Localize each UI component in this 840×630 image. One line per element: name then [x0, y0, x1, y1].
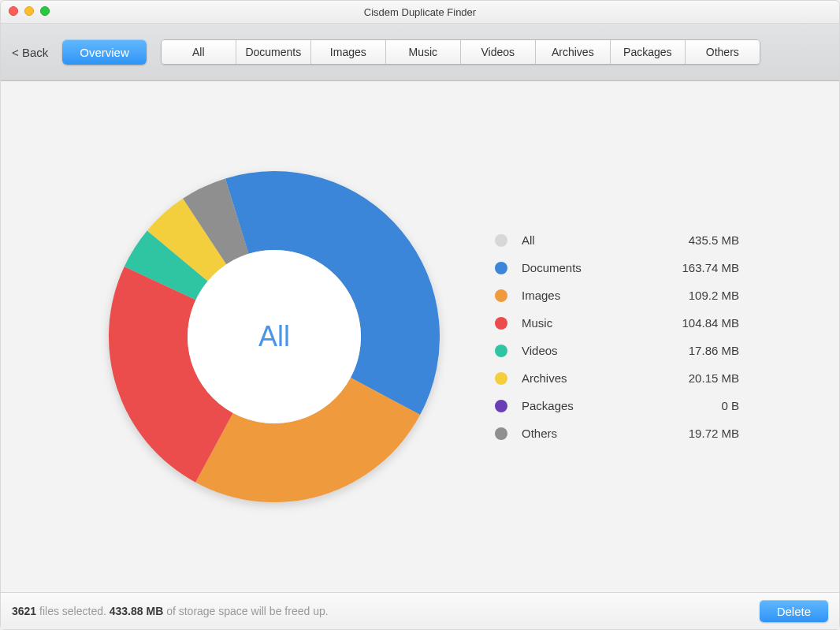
- tab-videos[interactable]: Videos: [461, 40, 536, 64]
- close-icon[interactable]: [9, 6, 18, 16]
- footer-text: 3621 files selected. 433.88 MB of storag…: [12, 605, 329, 617]
- legend-value: 0 B: [721, 399, 739, 412]
- tab-archives[interactable]: Archives: [536, 40, 611, 64]
- tab-others[interactable]: Others: [686, 40, 760, 64]
- legend-label: Images: [522, 289, 616, 302]
- tab-all[interactable]: All: [162, 40, 236, 64]
- dot-icon: [495, 372, 507, 385]
- back-button[interactable]: < Back: [12, 46, 48, 59]
- legend-label: Videos: [522, 344, 616, 357]
- tab-images[interactable]: Images: [311, 40, 386, 64]
- legend-label: Packages: [522, 399, 616, 412]
- titlebar: Cisdem Duplicate Finder: [1, 1, 839, 24]
- dot-icon: [495, 289, 507, 302]
- footer-count: 3621: [12, 605, 36, 617]
- legend-value: 17.86 MB: [689, 344, 739, 357]
- toolbar: < Back Overview All Documents Images Mus…: [1, 24, 839, 81]
- legend-row-others[interactable]: Others 19.72 MB: [495, 427, 739, 440]
- content-area: All All 435.5 MB Documents 163.74 MB Ima…: [1, 81, 839, 592]
- dot-icon: [495, 317, 507, 330]
- legend-row-videos[interactable]: Videos 17.86 MB: [495, 344, 739, 357]
- legend-label: Documents: [522, 261, 616, 274]
- app-window: Cisdem Duplicate Finder < Back Overview …: [0, 0, 840, 630]
- dot-icon: [495, 345, 507, 357]
- donut-center-label: All: [258, 320, 290, 353]
- footer-size: 433.88 MB: [110, 605, 163, 617]
- minimize-icon[interactable]: [24, 6, 34, 16]
- dot-icon: [495, 400, 507, 412]
- dot-icon: [495, 262, 507, 274]
- legend-value: 19.72 MB: [689, 427, 739, 440]
- category-tabs: All Documents Images Music Videos Archiv…: [161, 39, 760, 65]
- footer: 3621 files selected. 433.88 MB of storag…: [1, 592, 839, 629]
- donut-chart: All: [101, 163, 448, 510]
- legend-row-documents[interactable]: Documents 163.74 MB: [495, 261, 739, 274]
- dot-icon: [495, 427, 507, 440]
- legend-row-archives[interactable]: Archives 20.15 MB: [495, 371, 739, 385]
- legend-label: All: [522, 233, 616, 247]
- legend-value: 109.2 MB: [689, 289, 739, 302]
- traffic-lights: [9, 6, 50, 16]
- tab-documents[interactable]: Documents: [236, 40, 311, 64]
- overview-button[interactable]: Overview: [62, 39, 147, 65]
- legend: All 435.5 MB Documents 163.74 MB Images …: [495, 233, 739, 440]
- window-title: Cisdem Duplicate Finder: [364, 6, 476, 18]
- legend-value: 104.84 MB: [682, 316, 739, 330]
- legend-value: 435.5 MB: [689, 233, 739, 247]
- legend-row-all[interactable]: All 435.5 MB: [495, 233, 739, 247]
- legend-value: 20.15 MB: [689, 371, 739, 385]
- tab-music[interactable]: Music: [386, 40, 461, 64]
- tab-packages[interactable]: Packages: [611, 40, 686, 64]
- zoom-icon[interactable]: [40, 6, 50, 16]
- legend-row-images[interactable]: Images 109.2 MB: [495, 289, 739, 302]
- legend-label: Archives: [522, 371, 616, 385]
- legend-row-music[interactable]: Music 104.84 MB: [495, 316, 739, 330]
- legend-row-packages[interactable]: Packages 0 B: [495, 399, 739, 412]
- legend-label: Others: [522, 427, 616, 440]
- legend-label: Music: [522, 316, 616, 330]
- delete-button[interactable]: Delete: [760, 600, 828, 622]
- dot-icon: [495, 234, 507, 247]
- legend-value: 163.74 MB: [682, 261, 739, 274]
